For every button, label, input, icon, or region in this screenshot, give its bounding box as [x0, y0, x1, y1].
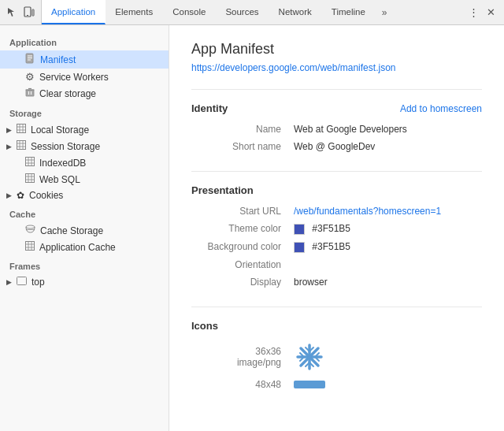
- icon-size-label-48: 48x48: [191, 379, 294, 390]
- sidebar-item-cookies[interactable]: ▶ ✿ Cookies: [0, 188, 169, 203]
- tab-console[interactable]: Console: [163, 0, 216, 24]
- svg-rect-34: [26, 242, 35, 251]
- start-url-value[interactable]: /web/fundamentals?homescreen=1: [294, 206, 441, 217]
- name-value: Web at Google Developers: [294, 124, 407, 135]
- display-value: browser: [294, 277, 328, 288]
- local-storage-label: Local Storage: [31, 124, 89, 136]
- svg-point-32: [26, 225, 35, 229]
- sidebar-item-indexeddb[interactable]: IndexedDB: [0, 154, 169, 171]
- cookies-label: Cookies: [29, 190, 63, 201]
- inspect-icon[interactable]: [5, 6, 19, 20]
- icons-section-title: Icons: [191, 320, 482, 332]
- icon-size-label-36: 36x36 image/png: [191, 346, 294, 368]
- local-storage-icon: [17, 124, 26, 136]
- identity-section-title: Identity Add to homescreen: [191, 102, 482, 114]
- sidebar-section-application: Application: [0, 32, 169, 50]
- main-layout: Application Manifest ⚙ Service Workers C…: [0, 25, 504, 431]
- cookies-icon: ✿: [17, 190, 24, 201]
- background-color-value: #3F51B5: [294, 241, 350, 253]
- icon-placeholder-36: [294, 341, 325, 373]
- orientation-label: Orientation: [191, 259, 294, 270]
- icon-placeholder-48: [294, 381, 325, 388]
- toolbar-tabs: Application Elements Console Sources Net…: [42, 0, 394, 24]
- toolbar-actions: ⋮ ✕: [466, 6, 504, 20]
- theme-color-row: Theme color #3F51B5: [191, 223, 482, 235]
- sidebar: Application Manifest ⚙ Service Workers C…: [0, 25, 169, 431]
- sidebar-item-session-storage[interactable]: ▶ Session Storage: [0, 138, 169, 154]
- theme-color-label: Theme color: [191, 223, 294, 234]
- sidebar-section-storage: Storage: [0, 102, 169, 121]
- theme-color-swatch: [294, 224, 305, 235]
- theme-color-value: #3F51B5: [294, 223, 350, 235]
- content-area: App Manifest https://developers.google.c…: [169, 25, 504, 431]
- tab-sources[interactable]: Sources: [216, 0, 269, 24]
- short-name-label: Short name: [191, 141, 294, 152]
- svg-rect-27: [26, 174, 35, 183]
- sidebar-item-application-cache[interactable]: Application Cache: [0, 239, 169, 255]
- icon-image-48: [294, 381, 325, 388]
- more-options-icon[interactable]: ⋮: [466, 6, 480, 20]
- icon-row-48: 48x48: [191, 379, 482, 390]
- sidebar-item-web-sql[interactable]: Web SQL: [0, 171, 169, 188]
- cache-storage-label: Cache Storage: [40, 225, 103, 236]
- local-storage-arrow: ▶: [6, 126, 12, 134]
- sidebar-item-service-workers[interactable]: ⚙ Service Workers: [0, 69, 169, 85]
- manifest-url-link[interactable]: https://developers.google.com/web/manife…: [191, 62, 482, 73]
- indexeddb-label: IndexedDB: [39, 158, 86, 169]
- name-label: Name: [191, 124, 294, 135]
- application-cache-label: Application Cache: [39, 242, 116, 253]
- short-name-row: Short name Web @ GoogleDev: [191, 141, 482, 152]
- icon-image-36: [294, 341, 325, 373]
- presentation-section-title: Presentation: [191, 184, 482, 196]
- start-url-label: Start URL: [191, 206, 294, 217]
- service-workers-icon: ⚙: [25, 71, 35, 83]
- device-icon[interactable]: [22, 6, 36, 20]
- tab-network[interactable]: Network: [269, 0, 322, 24]
- display-label: Display: [191, 277, 294, 288]
- identity-section: Identity Add to homescreen Name Web at G…: [191, 102, 482, 152]
- session-storage-icon: [17, 140, 26, 152]
- svg-rect-17: [17, 141, 26, 150]
- top-frame-label: top: [32, 277, 45, 288]
- cache-storage-icon: [25, 225, 35, 236]
- tab-timeline[interactable]: Timeline: [322, 0, 376, 24]
- tab-elements[interactable]: Elements: [106, 0, 163, 24]
- sidebar-item-service-workers-label: Service Workers: [39, 72, 109, 83]
- sidebar-item-clear-storage-label: Clear storage: [39, 88, 96, 99]
- close-icon[interactable]: ✕: [484, 6, 498, 20]
- sidebar-item-local-storage[interactable]: ▶ Local Storage: [0, 121, 169, 138]
- icons-section: Icons 36x36 image/png: [191, 320, 482, 390]
- cookies-arrow: ▶: [6, 191, 12, 199]
- indexeddb-icon: [25, 157, 35, 169]
- add-to-homescreen-link[interactable]: Add to homescreen: [400, 103, 482, 114]
- sidebar-item-top[interactable]: ▶ top: [0, 274, 169, 290]
- sidebar-item-cache-storage[interactable]: Cache Storage: [0, 222, 169, 239]
- top-frame-icon: [17, 277, 27, 288]
- icon-svg-36: [295, 342, 324, 372]
- top-arrow: ▶: [6, 278, 12, 286]
- tab-application[interactable]: Application: [42, 0, 106, 24]
- toolbar: Application Elements Console Sources Net…: [0, 0, 504, 25]
- icon-row-36: 36x36 image/png: [191, 341, 482, 373]
- page-title: App Manifest: [191, 41, 482, 58]
- orientation-row: Orientation: [191, 259, 482, 270]
- divider-presentation: [191, 171, 482, 172]
- clear-storage-icon: [25, 87, 35, 100]
- short-name-value: Web @ GoogleDev: [294, 141, 375, 152]
- background-color-row: Background color #3F51B5: [191, 241, 482, 253]
- svg-rect-39: [17, 277, 27, 285]
- svg-rect-22: [26, 158, 35, 166]
- sidebar-section-cache: Cache: [0, 203, 169, 222]
- manifest-icon: [25, 53, 35, 66]
- tab-more[interactable]: »: [376, 0, 394, 24]
- name-row: Name Web at Google Developers: [191, 124, 482, 135]
- session-storage-label: Session Storage: [31, 141, 100, 152]
- sidebar-item-clear-storage[interactable]: Clear storage: [0, 85, 169, 102]
- svg-rect-12: [17, 124, 26, 133]
- sidebar-item-manifest[interactable]: Manifest: [0, 50, 169, 69]
- sidebar-item-manifest-label: Manifest: [40, 54, 76, 65]
- application-cache-icon: [25, 241, 35, 253]
- presentation-section: Presentation Start URL /web/fundamentals…: [191, 184, 482, 288]
- web-sql-icon: [25, 173, 35, 185]
- svg-rect-1: [32, 9, 34, 16]
